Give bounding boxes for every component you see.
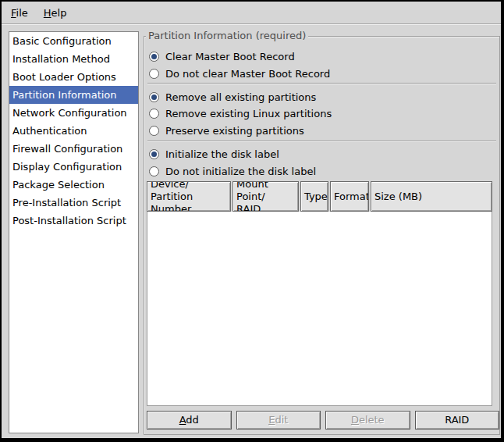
kickstart-configurator-window: { "menubar": { "items": [ { "mn": "F", "… (0, 0, 504, 442)
radio-remove-linux-partitions[interactable]: Remove existing Linux partitions (149, 105, 332, 121)
sidebar-item-display-configuration[interactable]: Display Configuration (9, 158, 138, 176)
radio-unselected-icon[interactable] (149, 126, 159, 136)
radio-clear-mbr-label: Clear Master Boot Record (165, 51, 295, 62)
partition-action-buttons: Add Edit Delete RAID (147, 411, 499, 430)
edit-button-label: dit (275, 414, 288, 426)
radio-preserve-partitions-label: Preserve existing partitions (165, 125, 304, 137)
edit-button[interactable]: Edit (236, 411, 321, 430)
frame-title: Partition Information (required) (146, 30, 308, 41)
delete-button[interactable]: Delete (325, 411, 410, 430)
partition-information-frame: Partition Information (required) Clear M… (144, 36, 500, 435)
radio-selected-icon[interactable] (149, 149, 159, 159)
radio-init-disk-label[interactable]: Initialize the disk label (149, 146, 279, 162)
column-header-size-mb[interactable]: Size (MB) (371, 181, 492, 212)
menu-help-label: elp (51, 7, 67, 19)
partition-table-body[interactable] (147, 212, 492, 406)
column-header-type[interactable]: Type (300, 181, 328, 212)
radio-selected-icon[interactable] (149, 92, 159, 102)
sidebar-item-firewall-configuration[interactable]: Firewall Configuration (9, 140, 138, 158)
sidebar-item-package-selection[interactable]: Package Selection (9, 176, 138, 194)
separator (147, 83, 496, 84)
sidebar-item-installation-method[interactable]: Installation Method (9, 50, 138, 68)
radio-remove-all-partitions-label: Remove all existing partitions (165, 91, 316, 103)
radio-selected-icon[interactable] (149, 52, 159, 62)
radio-no-init-disk-label[interactable]: Do not initialize the disk label (149, 163, 316, 179)
sidebar-item-pre-installation-script[interactable]: Pre-Installation Script (9, 194, 138, 212)
column-header-mount-point-raid[interactable]: Mount Point/ RAID (232, 181, 299, 212)
sidebar-item-boot-loader-options[interactable]: Boot Loader Options (9, 68, 138, 86)
add-button[interactable]: Add (147, 411, 232, 430)
radio-no-init-disk-label-label: Do not initialize the disk label (165, 166, 316, 177)
radio-unselected-icon[interactable] (149, 109, 159, 119)
menu-help[interactable]: Help (37, 4, 73, 22)
sidebar-item-post-installation-script[interactable]: Post-Installation Script (9, 212, 138, 230)
radio-remove-all-partitions[interactable]: Remove all existing partitions (149, 89, 316, 105)
delete-button-mnemonic: D (351, 414, 359, 426)
sidebar-item-partition-information[interactable]: Partition Information (9, 86, 138, 104)
raid-button[interactable]: RAID (415, 411, 500, 430)
add-button-label: dd (186, 414, 199, 426)
radio-init-disk-label-label: Initialize the disk label (165, 148, 279, 160)
sidebar-item-authentication[interactable]: Authentication (9, 122, 138, 140)
menu-file-label: ile (16, 7, 28, 19)
sidebar-item-basic-configuration[interactable]: Basic Configuration (9, 32, 138, 50)
radio-no-clear-mbr[interactable]: Do not clear Master Boot Record (149, 66, 330, 81)
menubar: File Help (2, 2, 501, 24)
raid-button-label: RAID (445, 414, 469, 426)
sidebar-item-network-configuration[interactable]: Network Configuration (9, 104, 138, 122)
column-header-device-partition-number[interactable]: Device/ Partition Number (147, 181, 231, 212)
delete-button-label: elete (359, 414, 385, 426)
radio-clear-mbr[interactable]: Clear Master Boot Record (149, 48, 295, 64)
partition-table-header: Device/ Partition Number Mount Point/ RA… (147, 181, 492, 212)
section-list: Basic Configuration Installation Method … (9, 31, 139, 433)
menu-help-mnemonic: H (44, 7, 51, 19)
radio-unselected-icon[interactable] (149, 166, 159, 176)
separator (147, 141, 496, 142)
radio-unselected-icon[interactable] (149, 69, 159, 79)
menu-file[interactable]: File (5, 4, 34, 22)
radio-no-clear-mbr-label: Do not clear Master Boot Record (165, 68, 330, 80)
column-header-format[interactable]: Format (330, 181, 369, 212)
radio-remove-linux-partitions-label: Remove existing Linux partitions (165, 108, 332, 119)
radio-preserve-partitions[interactable]: Preserve existing partitions (149, 123, 304, 138)
